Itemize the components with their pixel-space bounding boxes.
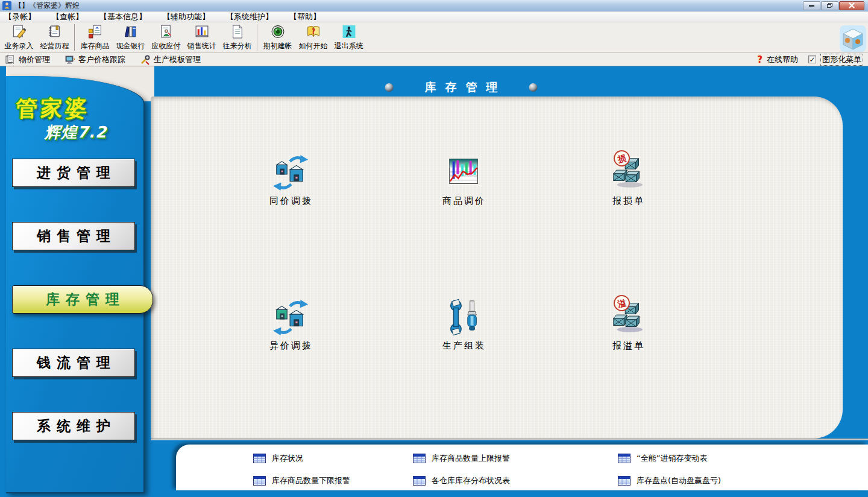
feature-loss-report[interactable]: 损 报损单 <box>577 154 680 207</box>
sidebar-item-inventory[interactable]: 库存管理 <box>12 285 153 314</box>
feature-diff-price-transfer[interactable]: 异价调拨 <box>240 299 342 352</box>
toolbar-button-business-entry[interactable]: 业务录入 <box>1 24 37 52</box>
table-icon <box>413 476 426 486</box>
link-lower-limit-alarm[interactable]: 库存商品数量下限报警 <box>253 475 350 486</box>
feature-label: 报损单 <box>577 195 680 207</box>
receivable-doc-icon <box>159 24 174 39</box>
toolbar-label: 现金银行 <box>116 41 145 51</box>
sidebar-item-system-maintenance[interactable]: 系统维护 <box>12 412 135 440</box>
menu-record[interactable]: 【录帐】 <box>4 11 36 22</box>
toolbar-button-receivable-payable[interactable]: 应收应付 <box>148 24 184 52</box>
close-button[interactable] <box>839 1 864 10</box>
feature-goods-reprice[interactable]: 商品调价 <box>413 154 515 207</box>
link-upper-limit-alarm[interactable]: 库存商品数量上限报警 <box>413 453 510 464</box>
toolbar-button-transaction-analysis[interactable]: 往来分析 <box>219 24 255 52</box>
menu-query[interactable]: 【查帐】 <box>52 11 83 22</box>
table-icon <box>618 476 631 486</box>
toolbar-label: 业务录入 <box>5 41 34 51</box>
toolbar-button-operation-history[interactable]: 经营历程 <box>37 24 72 52</box>
window-controls <box>803 1 866 10</box>
sidebar-item-purchase[interactable]: 进货管理 <box>12 159 135 187</box>
section-title-band: 库存管理 <box>385 80 538 95</box>
graphic-menu-label[interactable]: 图形化菜单 <box>820 54 863 66</box>
graphic-menu-checkbox[interactable] <box>808 55 816 63</box>
restore-button[interactable] <box>821 1 838 10</box>
toolbar-separator <box>74 24 75 51</box>
production-tools-icon <box>445 299 483 336</box>
menubar: 【录帐】 【查帐】 【基本信息】 【辅助功能】 【系统维护】 【帮助】 <box>0 11 868 22</box>
toolbar: 业务录入 经营历程 库存商品 现金银行 应收应付 <box>0 22 868 53</box>
feature-label: 报溢单 <box>577 340 680 352</box>
link-allround-change-table[interactable]: “全能”进销存变动表 <box>618 453 707 464</box>
price-docs-icon <box>5 54 16 65</box>
toolbar-label: 经营历程 <box>40 41 69 51</box>
minimize-icon <box>809 5 814 7</box>
bottom-divider <box>151 438 868 440</box>
minimize-button[interactable] <box>803 1 820 10</box>
sidebar-item-cashflow[interactable]: 钱流管理 <box>12 349 135 377</box>
menu-help[interactable]: 【帮助】 <box>289 11 321 22</box>
sidebar-item-sales[interactable]: 销售管理 <box>12 222 135 250</box>
brand-version: 辉煌7.2 <box>45 122 107 143</box>
table-icon <box>253 454 266 463</box>
toolbar2-button-customer-price-tracking[interactable]: 客户价格跟踪 <box>64 54 125 65</box>
toolbar2-button-price-management[interactable]: 物价管理 <box>5 54 50 65</box>
toolbar-button-sales-statistics[interactable]: 销售统计 <box>184 24 219 52</box>
report-links-panel: 库存状况 库存商品数量上限报警 “全能”进销存变动表 库存商品数量下限报警 各仓… <box>176 445 868 490</box>
goods-reprice-chart-icon <box>445 154 483 191</box>
toolbar-button-cash-bank[interactable]: 现金银行 <box>113 24 148 52</box>
toolbar-label: 应收应付 <box>152 41 181 51</box>
menu-auxiliary[interactable]: 【辅助功能】 <box>163 11 210 22</box>
toolbar-button-how-to-start[interactable]: ? 如何开始 <box>295 24 331 52</box>
toolbar-label: 销售统计 <box>187 41 216 51</box>
report-link-label: 库存商品数量下限报警 <box>272 475 350 486</box>
toolbar-label: 如何开始 <box>299 41 328 51</box>
exit-run-icon <box>341 24 357 39</box>
feature-overflow-report[interactable]: 溢 报溢单 <box>577 299 680 352</box>
report-link-label: “全能”进销存变动表 <box>637 453 707 464</box>
feature-label: 异价调拨 <box>240 340 342 352</box>
feature-label: 同价调拨 <box>240 195 342 207</box>
section-title: 库存管理 <box>425 80 507 95</box>
cube-logo-icon <box>840 25 866 52</box>
question-book-icon: ? <box>306 24 321 39</box>
toolbar-button-initial-account[interactable]: 期初建帐 <box>260 24 295 52</box>
toolbar-label: 期初建帐 <box>263 41 292 51</box>
target-icon <box>270 24 286 39</box>
report-link-label: 库存商品数量上限报警 <box>432 453 510 464</box>
toolbar-button-inventory-goods[interactable]: 库存商品 <box>77 24 113 52</box>
overflow-crates-icon: 溢 <box>610 299 647 336</box>
help-question-icon[interactable]: ? <box>757 54 763 65</box>
table-icon <box>253 476 266 486</box>
tools-icon <box>140 54 151 65</box>
menu-basic-info[interactable]: 【基本信息】 <box>99 11 146 22</box>
toolbar2-button-production-template[interactable]: 生产模板管理 <box>140 54 201 65</box>
diff-price-transfer-icon <box>272 299 310 336</box>
sphere-icon <box>529 83 538 92</box>
titlebar: 【】《管家婆》辉煌 <box>0 0 868 11</box>
content-panel: 同价调拨 商品调价 损 报损单 异价调拨 <box>151 97 843 438</box>
toolbar-label: 往来分析 <box>223 41 252 51</box>
document-icon <box>230 24 245 39</box>
link-warehouse-distribution[interactable]: 各仓库库存分布状况表 <box>413 475 510 486</box>
link-inventory-status[interactable]: 库存状况 <box>253 453 303 464</box>
feature-production-assembly[interactable]: 生产组装 <box>413 299 515 352</box>
sales-chart-icon <box>194 24 210 39</box>
close-icon <box>849 2 855 8</box>
app-window: 【】《管家婆》辉煌 【录帐】 【查帐】 【基本信息】 【辅助功能】 【系统维护】… <box>0 0 868 497</box>
toolbar-label: 退出系统 <box>335 41 363 51</box>
feature-label: 商品调价 <box>413 195 515 207</box>
loss-crates-icon: 损 <box>610 154 647 191</box>
feature-same-price-transfer[interactable]: 同价调拨 <box>240 154 342 207</box>
brand-logo: 管家婆 <box>15 94 91 124</box>
ledger-icon <box>47 24 63 39</box>
toolbar-button-exit-system[interactable]: 退出系统 <box>331 24 366 52</box>
menu-system-maintenance[interactable]: 【系统维护】 <box>226 11 273 22</box>
toolbar2-label: 客户价格跟踪 <box>78 54 125 65</box>
online-help-label[interactable]: 在线帮助 <box>767 54 798 65</box>
report-link-label: 各仓库库存分布状况表 <box>432 475 510 486</box>
toolbar2-right-group: ? 在线帮助 图形化菜单 <box>757 54 868 66</box>
sphere-icon <box>385 83 394 92</box>
toolbar2-label: 物价管理 <box>19 54 50 65</box>
link-stocktaking[interactable]: 库存盘点(自动盘赢盘亏) <box>618 475 721 486</box>
